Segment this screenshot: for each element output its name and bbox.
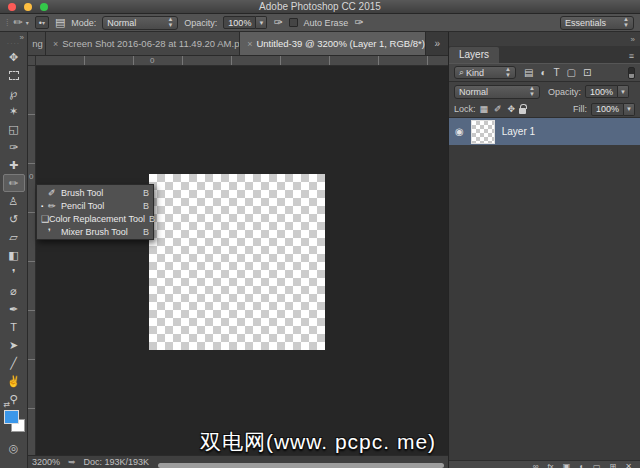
lock-pixels-icon[interactable]: ✐ bbox=[494, 104, 502, 114]
close-tab-icon[interactable]: × bbox=[247, 39, 252, 49]
lock-transparency-icon[interactable]: ▦ bbox=[480, 104, 489, 114]
ruler-origin-corner[interactable] bbox=[28, 56, 36, 66]
delete-layer-icon[interactable]: ✕ bbox=[625, 462, 632, 468]
eraser-tool[interactable]: ▱ bbox=[3, 228, 25, 246]
layer-opacity-control[interactable]: 100% ▼ bbox=[585, 85, 629, 98]
layer-fill-control[interactable]: 100% ▼ bbox=[591, 103, 635, 116]
layer-mask-icon[interactable]: ▣ bbox=[563, 462, 571, 468]
menu-item-brush-tool[interactable]: ✐ Brush Tool B bbox=[37, 186, 153, 199]
lock-position-icon[interactable]: ✥ bbox=[508, 104, 516, 114]
filter-switch-toggle[interactable] bbox=[628, 67, 635, 79]
pen-tool[interactable]: ✒ bbox=[3, 300, 25, 318]
layer-opacity-value[interactable]: 100% bbox=[585, 85, 618, 98]
menu-item-pencil-tool[interactable]: ▪ ✏ Pencil Tool B bbox=[37, 199, 153, 212]
vertical-ruler[interactable]: 0 bbox=[28, 66, 36, 455]
tool-preset-dropdown-icon[interactable]: ▾ bbox=[26, 19, 29, 26]
opacity-dropdown-button[interactable]: ▼ bbox=[256, 16, 267, 29]
close-window-button[interactable] bbox=[8, 3, 16, 11]
canvas-viewport[interactable]: 0 ✐ Brush Tool B ▪ ✏ Pencil Tool bbox=[28, 66, 448, 455]
filter-smart-objects-icon[interactable]: ⊡ bbox=[583, 67, 591, 78]
layer-visibility-eye-icon[interactable]: ◉ bbox=[455, 126, 464, 137]
tools-grip-handle[interactable]: ···· bbox=[7, 42, 20, 46]
layer-group-icon[interactable]: ▭ bbox=[593, 462, 601, 468]
move-tool[interactable]: ✥ bbox=[3, 48, 25, 66]
auto-erase-checkbox[interactable] bbox=[289, 18, 298, 27]
layer-fill-dropdown-button[interactable]: ▼ bbox=[624, 103, 635, 116]
healing-brush-tool[interactable]: ✚ bbox=[3, 156, 25, 174]
tab-overflow-icon[interactable]: » bbox=[426, 32, 448, 55]
photoshop-window: Adobe Photoshop CC 2015 ⁞ ✏ ▾ • ▾ ▤ Mode… bbox=[0, 0, 640, 468]
lasso-tool[interactable]: ℘ bbox=[3, 84, 25, 102]
airbrush-icon[interactable]: ✑ bbox=[273, 17, 282, 28]
options-grip-handle[interactable]: ⁞ bbox=[6, 18, 8, 28]
path-selection-tool[interactable]: ➤ bbox=[3, 336, 25, 354]
filter-pixel-layers-icon[interactable]: ▤ bbox=[524, 67, 533, 78]
line-tool[interactable]: ╱ bbox=[3, 354, 25, 372]
menu-item-color-replacement-tool[interactable]: ❑ Color Replacement Tool B bbox=[37, 212, 153, 225]
menu-item-mixer-brush-tool[interactable]: ❜ Mixer Brush Tool B bbox=[37, 225, 153, 238]
doc-size-info[interactable]: Doc: 193K/193K bbox=[84, 457, 150, 467]
filter-kind-select[interactable]: ⌕ Kind ▲▼ bbox=[454, 66, 516, 79]
layer-name[interactable]: Layer 1 bbox=[502, 126, 535, 137]
filter-adjustment-layers-icon[interactable]: ◐ bbox=[540, 67, 546, 78]
brush-size-picker[interactable]: • ▾ bbox=[35, 16, 49, 29]
pressure-opacity-icon[interactable]: ✑ bbox=[354, 17, 363, 28]
blend-mode-select[interactable]: Normal ▲▼ bbox=[102, 16, 178, 30]
color-swatches: ⇄ bbox=[3, 410, 25, 436]
dropdown-arrows-icon: ▲▼ bbox=[499, 67, 511, 78]
clone-stamp-tool[interactable]: ♙ bbox=[3, 192, 25, 210]
layer-blend-mode-select[interactable]: Normal ▲▼ bbox=[454, 85, 540, 99]
layer-opacity-dropdown-button[interactable]: ▼ bbox=[618, 85, 629, 98]
zoom-level-field[interactable]: 3200% bbox=[32, 457, 60, 467]
swap-colors-icon[interactable]: ⇄ bbox=[4, 400, 11, 409]
horizontal-scrollbar[interactable] bbox=[158, 463, 444, 468]
foreground-color-swatch[interactable] bbox=[4, 410, 19, 424]
close-tab-icon[interactable]: × bbox=[53, 39, 58, 49]
layers-list-empty-area bbox=[449, 145, 640, 460]
opacity-control[interactable]: 100% ▼ bbox=[223, 16, 267, 29]
collapse-tools-icon[interactable]: » bbox=[20, 32, 27, 42]
panel-menu-icon[interactable]: ≡ bbox=[623, 51, 640, 63]
pencil-tool-preset-icon[interactable]: ✏ bbox=[14, 17, 23, 28]
lock-icons: ▦✐✥ bbox=[480, 104, 516, 114]
lock-all-icon[interactable] bbox=[519, 108, 526, 114]
zoom-window-button[interactable] bbox=[40, 3, 48, 11]
layer-fill-value[interactable]: 100% bbox=[591, 103, 624, 116]
toggle-brush-panel-icon[interactable]: ▤ bbox=[55, 17, 65, 28]
minimize-window-button[interactable] bbox=[24, 3, 32, 11]
horizontal-ruler[interactable]: 0 bbox=[36, 56, 448, 66]
new-layer-icon[interactable]: ⊞ bbox=[610, 462, 617, 468]
type-tool[interactable]: T bbox=[3, 318, 25, 336]
link-layers-icon[interactable]: ∞ bbox=[533, 462, 539, 468]
document-canvas-transparent[interactable] bbox=[149, 174, 325, 350]
dodge-tool[interactable]: ⌀ bbox=[3, 282, 25, 300]
filter-shape-layers-icon[interactable]: ▢ bbox=[567, 67, 576, 78]
hand-tool[interactable]: ✌ bbox=[3, 372, 25, 390]
blur-tool[interactable]: ❜ bbox=[3, 264, 25, 282]
paint-bucket-tool[interactable]: ◧ bbox=[3, 246, 25, 264]
marquee-tool[interactable] bbox=[3, 66, 25, 84]
document-tab-screenshot[interactable]: × Screen Shot 2016-06-28 at 11.49.20 AM.… bbox=[46, 32, 240, 55]
brush-picker-dropdown-icon: ▾ bbox=[42, 19, 45, 26]
ruler-zero-label: 0 bbox=[150, 56, 154, 65]
layer-thumbnail[interactable] bbox=[471, 120, 495, 144]
quick-mask-mode-icon[interactable]: ◎ bbox=[9, 442, 19, 455]
pencil-tool[interactable]: ✏ bbox=[3, 174, 25, 192]
layers-panel-tab[interactable]: Layers bbox=[449, 47, 499, 63]
crop-tool[interactable]: ◱ bbox=[3, 120, 25, 138]
collapse-panels-icon[interactable]: » bbox=[631, 35, 635, 44]
adjustment-layer-icon[interactable]: ◐ bbox=[579, 462, 584, 468]
layer-effects-icon[interactable]: fx bbox=[547, 462, 553, 468]
dropdown-arrows-icon: ▲▼ bbox=[523, 86, 535, 97]
history-brush-tool[interactable]: ↺ bbox=[3, 210, 25, 228]
eyedropper-tool[interactable]: ✑ bbox=[3, 138, 25, 156]
export-status-icon[interactable]: ➥ bbox=[68, 457, 76, 467]
opacity-value[interactable]: 100% bbox=[223, 16, 256, 29]
layer-row-layer1[interactable]: ◉ Layer 1 bbox=[449, 118, 640, 145]
document-tab-untitled39[interactable]: × Untitled-39 @ 3200% (Layer 1, RGB/8*) bbox=[240, 32, 426, 55]
magic-wand-tool[interactable]: ✶ bbox=[3, 102, 25, 120]
document-tab-partial[interactable]: ng bbox=[28, 32, 46, 55]
filter-type-layers-icon[interactable]: T bbox=[554, 67, 560, 78]
ruler-zero-label: 0 bbox=[29, 172, 33, 181]
workspace-select[interactable]: Essentials ▲▼ bbox=[560, 16, 634, 30]
